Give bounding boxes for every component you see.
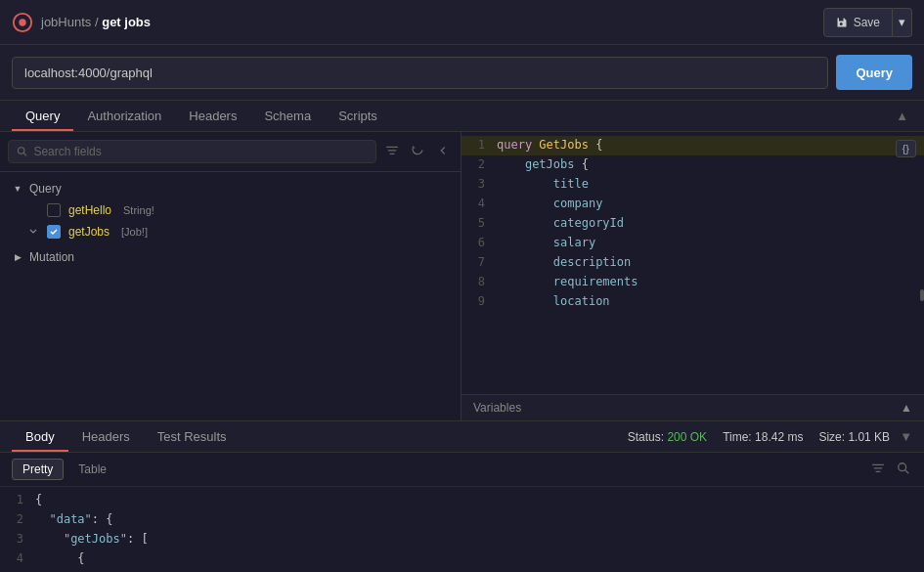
mutation-group-chevron: ▶ (12, 251, 23, 263)
getjobs-expand-icon (28, 227, 38, 237)
save-button[interactable]: Save (823, 8, 893, 37)
getjobs-expand[interactable] (27, 226, 39, 238)
svg-line-3 (23, 153, 26, 155)
query-button[interactable]: Query (836, 55, 912, 90)
gethello-checkbox[interactable] (47, 203, 61, 217)
status-label: Status: 200 OK (628, 430, 707, 444)
search-icon (17, 146, 27, 157)
code-editor[interactable]: 1 query GetJobs { 2 getJobs { 3 title 4 … (462, 132, 924, 394)
tab-query[interactable]: Query (12, 101, 73, 131)
url-bar: Query (0, 45, 924, 101)
left-panel: ▼ Query getHello String! (0, 132, 462, 420)
response-code: 1 { 2 "data": { 3 "getJobs": [ 4 { 5 "ti… (0, 487, 924, 572)
mutation-group-label: Mutation (29, 250, 74, 264)
save-icon (836, 17, 848, 28)
list-item: 1 { (0, 491, 924, 510)
svg-point-2 (18, 148, 23, 154)
request-tab-bar: Query Authorization Headers Schema Scrip… (0, 101, 924, 132)
save-area: Save ▾ (823, 8, 912, 37)
code-lines: 1 query GetJobs { 2 getJobs { 3 title 4 … (462, 132, 924, 316)
response-actions (869, 460, 912, 480)
response-view-bar: Pretty Table (0, 453, 924, 487)
top-bar: jobHunts / get jobs Save ▾ (0, 0, 924, 45)
view-pretty-button[interactable]: Pretty (12, 459, 64, 480)
search-input[interactable] (33, 145, 368, 158)
tab-collapse-button[interactable]: ▲ (892, 105, 912, 127)
time-value: 18.42 ms (755, 430, 803, 444)
query-group: ▼ Query getHello String! (0, 176, 461, 244)
svg-point-1 (19, 19, 25, 25)
breadcrumb: jobHunts / get jobs (41, 15, 151, 29)
gethello-name: getHello (68, 203, 111, 217)
list-item: 2 "data": { (0, 510, 924, 530)
braces-label: {} (902, 143, 909, 154)
getjobs-type: [Job!] (121, 226, 148, 238)
mutation-group: ▶ Mutation (0, 244, 461, 270)
breadcrumb-project[interactable]: jobHunts (41, 15, 91, 29)
view-table-button[interactable]: Table (67, 459, 117, 480)
response-search-button[interactable] (895, 460, 912, 480)
tree-item-gethello[interactable]: getHello String! (0, 199, 461, 221)
svg-rect-6 (389, 153, 394, 154)
search-bar (0, 132, 461, 172)
variables-label: Variables (473, 401, 521, 415)
response-filter-button[interactable] (869, 460, 887, 480)
code-line-2: 2 getJobs { (462, 155, 924, 175)
breadcrumb-separator: / (95, 15, 99, 29)
response-section: Body Headers Test Results Status: 200 OK… (0, 420, 924, 572)
tab-headers[interactable]: Headers (175, 101, 250, 131)
response-tab-test-results[interactable]: Test Results (144, 421, 241, 452)
response-search-icon (897, 462, 910, 475)
code-line-6: 6 salary (462, 234, 924, 253)
code-line-3: 3 title (462, 175, 924, 195)
save-label: Save (854, 16, 880, 29)
list-item: 4 { (0, 550, 924, 569)
svg-rect-4 (386, 146, 398, 147)
svg-rect-5 (388, 150, 397, 151)
code-line-1: 1 query GetJobs { (462, 136, 924, 155)
editor-scrollbar[interactable] (920, 289, 924, 301)
gethello-type: String! (123, 204, 154, 216)
size-label: Size: 1.01 KB (818, 430, 890, 444)
tree-item-getjobs[interactable]: getJobs [Job!] (0, 221, 461, 242)
tab-schema[interactable]: Schema (250, 101, 325, 131)
schema-tree: ▼ Query getHello String! (0, 172, 461, 420)
insomnia-logo (12, 12, 33, 33)
status-ok-badge: 200 OK (667, 430, 707, 444)
collapse-panel-button[interactable] (433, 141, 453, 163)
code-line-4: 4 company (462, 195, 924, 214)
tab-scripts[interactable]: Scripts (325, 101, 391, 131)
tab-authorization[interactable]: Authorization (73, 101, 175, 131)
code-line-7: 7 description (462, 253, 924, 273)
size-value: 1.01 KB (848, 430, 890, 444)
response-tab-bar: Body Headers Test Results Status: 200 OK… (0, 421, 924, 453)
query-label: Query (856, 66, 893, 80)
code-line-5: 5 categoryId (462, 214, 924, 234)
response-collapse-button[interactable]: ▼ (900, 429, 912, 444)
right-panel: 1 query GetJobs { 2 getJobs { 3 title 4 … (462, 132, 924, 420)
svg-point-10 (899, 462, 906, 470)
response-status: Status: 200 OK Time: 18.42 ms Size: 1.01… (628, 430, 890, 444)
query-group-label: Query (29, 182, 62, 196)
variables-bar[interactable]: Variables ▲ (462, 394, 924, 420)
getjobs-name: getJobs (68, 225, 110, 239)
list-item: 3 "getJobs": [ (0, 530, 924, 550)
query-group-header[interactable]: ▼ Query (0, 178, 461, 199)
mutation-group-header[interactable]: ▶ Mutation (0, 246, 461, 268)
url-input[interactable] (12, 57, 828, 89)
gethello-expand (27, 204, 39, 216)
getjobs-checkbox[interactable] (47, 225, 61, 239)
code-line-9: 9 location (462, 292, 924, 312)
search-input-wrap (8, 140, 376, 163)
svg-rect-7 (872, 463, 884, 464)
braces-button[interactable]: {} (896, 140, 916, 157)
response-tab-headers[interactable]: Headers (68, 421, 144, 452)
save-dropdown-button[interactable]: ▾ (893, 8, 912, 37)
query-group-chevron: ▼ (12, 183, 23, 195)
filter-icon (385, 144, 399, 157)
refresh-button[interactable] (408, 141, 427, 163)
response-tab-body[interactable]: Body (12, 421, 68, 452)
response-filter-icon (871, 462, 885, 475)
filter-button[interactable] (382, 141, 402, 163)
refresh-icon (411, 144, 424, 157)
